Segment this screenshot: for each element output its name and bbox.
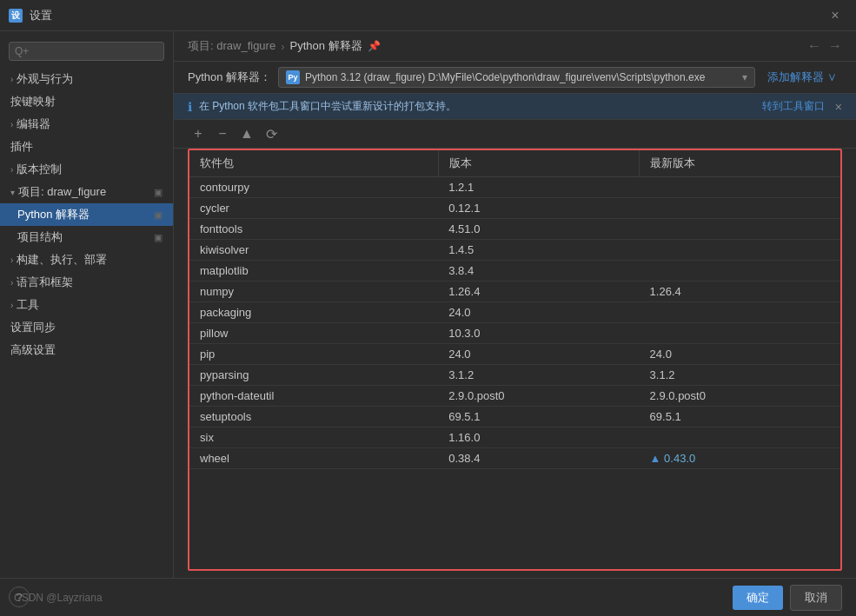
- package-latest: [640, 219, 840, 240]
- table-row[interactable]: pyparsing3.1.23.1.2: [189, 365, 840, 386]
- sidebar-item-python-interpreter[interactable]: Python 解释器▣: [0, 203, 173, 226]
- breadcrumb-current: Python 解释器: [290, 38, 362, 54]
- package-latest: [640, 261, 840, 282]
- col-header-name[interactable]: 软件包: [189, 150, 438, 177]
- table-row[interactable]: setuptools69.5.169.5.1: [189, 407, 840, 427]
- sidebar-item-label: 按键映射: [10, 94, 56, 109]
- sidebar-item-build[interactable]: ›构建、执行、部署: [0, 248, 173, 271]
- table-row[interactable]: kiwisolver1.4.5: [189, 240, 840, 261]
- sidebar-item-keymaps[interactable]: 按键映射: [0, 90, 173, 113]
- package-version: 1.26.4: [438, 282, 639, 302]
- package-version: 1.16.0: [438, 427, 639, 448]
- refresh-button[interactable]: ⟳: [261, 123, 282, 144]
- add-package-button[interactable]: +: [188, 123, 209, 144]
- package-table-body: contourpy1.2.1cycler0.12.1fonttools4.51.…: [189, 177, 840, 469]
- package-table-wrapper[interactable]: 软件包 版本 最新版本 contourpy1.2.1cycler0.12.1fo…: [188, 149, 842, 571]
- package-name: pyparsing: [189, 365, 438, 386]
- window-title: 设置: [30, 8, 52, 23]
- table-row[interactable]: six1.16.0: [189, 427, 840, 448]
- sidebar-item-advanced[interactable]: 高级设置: [0, 339, 173, 361]
- sidebar-search-input[interactable]: [15, 45, 158, 57]
- interpreter-selector[interactable]: Py Python 3.12 (draw_figure) D:\MyFile\C…: [278, 67, 755, 88]
- package-version: 24.0: [438, 302, 639, 323]
- sidebar: ›外观与行为按键映射›编辑器插件›版本控制▾项目: draw_figure▣Py…: [0, 31, 174, 578]
- package-name: six: [189, 427, 438, 448]
- sidebar-item-project-structure[interactable]: 项目结构▣: [0, 226, 173, 248]
- table-row[interactable]: pip24.024.0: [189, 344, 840, 365]
- back-arrow[interactable]: ←: [807, 38, 821, 54]
- sidebar-arrow-icon: ›: [10, 255, 13, 265]
- package-latest: [640, 177, 840, 198]
- package-version: 69.5.1: [438, 407, 639, 427]
- package-name: pillow: [189, 323, 438, 344]
- cancel-button[interactable]: 取消: [790, 585, 842, 611]
- tool-window-link[interactable]: 转到工具窗口: [762, 99, 825, 114]
- package-latest: 69.5.1: [640, 407, 840, 427]
- sidebar-item-icon-right: ▣: [154, 187, 163, 198]
- package-latest: [640, 323, 840, 344]
- package-name: fonttools: [189, 219, 438, 240]
- package-table: 软件包 版本 最新版本 contourpy1.2.1cycler0.12.1fo…: [189, 150, 840, 469]
- sidebar-item-tools[interactable]: ›工具: [0, 294, 173, 316]
- package-version: 2.9.0.post0: [438, 386, 639, 407]
- sidebar-item-label: 版本控制: [17, 162, 62, 177]
- package-latest: 3.1.2: [640, 365, 840, 386]
- up-button[interactable]: ▲: [236, 123, 257, 144]
- col-header-latest[interactable]: 最新版本: [640, 150, 840, 177]
- package-latest: 24.0: [640, 344, 840, 365]
- sidebar-item-settings-sync[interactable]: 设置同步: [0, 316, 173, 339]
- help-button[interactable]: ?: [9, 586, 30, 607]
- sidebar-item-lang-framework[interactable]: ›语言和框架: [0, 271, 173, 294]
- package-latest: 2.9.0.post0: [640, 386, 840, 407]
- ok-button[interactable]: 确定: [733, 586, 783, 610]
- info-icon: ℹ: [188, 100, 192, 114]
- sidebar-item-icon-right: ▣: [154, 232, 163, 243]
- sidebar-item-label: 工具: [17, 297, 39, 313]
- table-row[interactable]: contourpy1.2.1: [189, 177, 840, 198]
- sidebar-item-appearance[interactable]: ›外观与行为: [0, 68, 173, 90]
- sidebar-item-icon-right: ▣: [154, 209, 163, 221]
- title-bar: 设 设置 ×: [0, 0, 856, 31]
- sidebar-item-vcs[interactable]: ›版本控制: [0, 158, 173, 181]
- sidebar-item-label: 高级设置: [10, 342, 56, 358]
- package-latest: [640, 427, 840, 448]
- interpreter-bar: Python 解释器： Py Python 3.12 (draw_figure)…: [174, 62, 856, 94]
- table-row[interactable]: cycler0.12.1: [189, 198, 840, 219]
- table-row[interactable]: wheel0.38.4▲ 0.43.0: [189, 448, 840, 469]
- sidebar-arrow-icon: ›: [10, 165, 13, 175]
- update-arrow-icon: ▲: [650, 452, 661, 465]
- info-close-icon[interactable]: ×: [835, 100, 842, 114]
- package-name: contourpy: [189, 177, 438, 198]
- content-area: 项目: draw_figure › Python 解释器 📌 ← → Pytho…: [174, 31, 856, 578]
- close-button[interactable]: ×: [823, 3, 847, 28]
- package-name: cycler: [189, 198, 438, 219]
- sidebar-search-box[interactable]: [9, 42, 164, 61]
- table-row[interactable]: pillow10.3.0: [189, 323, 840, 344]
- add-interpreter-button[interactable]: 添加解释器 ∨: [762, 67, 842, 88]
- sidebar-arrow-icon: ›: [10, 301, 13, 310]
- sidebar-item-label: 语言和框架: [17, 275, 73, 290]
- forward-arrow[interactable]: →: [828, 38, 842, 54]
- dropdown-arrow-icon: ▾: [742, 71, 747, 83]
- package-latest: [640, 240, 840, 261]
- table-row[interactable]: packaging24.0: [189, 302, 840, 323]
- sidebar-item-plugins[interactable]: 插件: [0, 136, 173, 158]
- col-header-version[interactable]: 版本: [438, 150, 639, 177]
- package-version: 1.2.1: [438, 177, 639, 198]
- pin-icon: 📌: [368, 40, 381, 52]
- package-version: 3.1.2: [438, 365, 639, 386]
- sidebar-item-editor[interactable]: ›编辑器: [0, 113, 173, 136]
- sidebar-item-project[interactable]: ▾项目: draw_figure▣: [0, 181, 173, 203]
- breadcrumb-root[interactable]: 项目: draw_figure: [188, 38, 275, 54]
- remove-package-button[interactable]: −: [212, 123, 233, 144]
- footer: ? CSDN @Layzriana 确定 取消: [0, 578, 856, 616]
- table-row[interactable]: fonttools4.51.0: [189, 219, 840, 240]
- table-row[interactable]: matplotlib3.8.4: [189, 261, 840, 282]
- table-row[interactable]: numpy1.26.41.26.4: [189, 282, 840, 302]
- package-version: 0.12.1: [438, 198, 639, 219]
- sidebar-item-label: 编辑器: [17, 116, 50, 132]
- table-row[interactable]: python-dateutil2.9.0.post02.9.0.post0: [189, 386, 840, 407]
- package-version: 1.4.5: [438, 240, 639, 261]
- sidebar-item-label: Python 解释器: [17, 207, 90, 222]
- interpreter-label: Python 解释器：: [188, 70, 271, 85]
